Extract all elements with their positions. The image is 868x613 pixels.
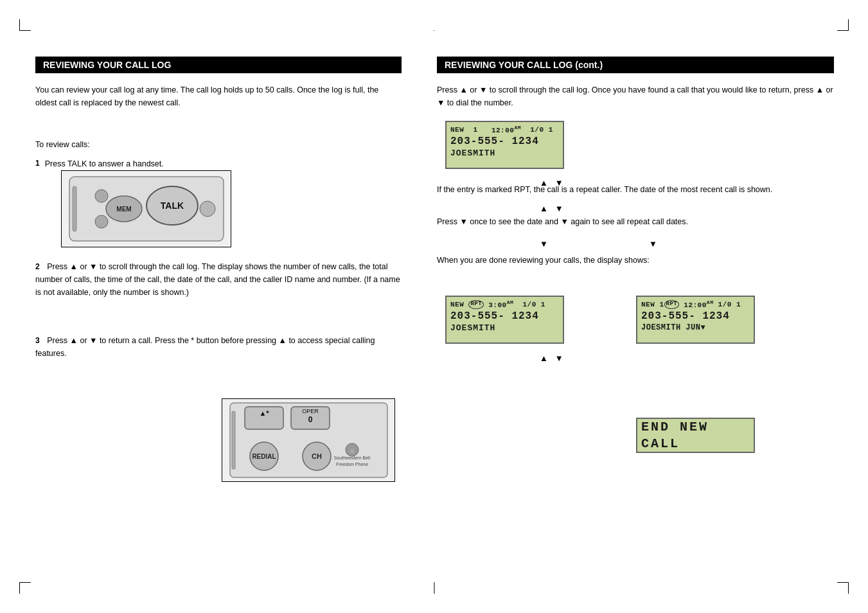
svg-text:▲*: ▲* [259, 409, 269, 417]
phone-svg-left: MEM TALK [66, 173, 227, 244]
phone-svg-right: ▲* OPER 0 REDIAL CH Southwestern Bell Fr… [227, 402, 391, 479]
corner-mark-bl [19, 582, 31, 594]
arrow-pair-bottom: ▲ ▼ [540, 352, 563, 366]
corner-mark-bm [434, 582, 434, 594]
display4-text: END NEW CALL [641, 419, 750, 452]
display1-row3: JOESMITH [450, 148, 559, 159]
step2-number: 2 [35, 261, 40, 273]
svg-text:Freedom Phone: Freedom Phone [335, 462, 368, 466]
lcd-display-3: NEW 1 RPT 12:00AM 1/0 1 203-555- 1234 JO… [636, 296, 755, 344]
display2-row1: NEW RPT 3:00AM 1/0 1 [450, 299, 559, 310]
left-section-header: REVIEWING YOUR CALL LOG [35, 57, 402, 73]
right-header-text: REVIEWING YOUR CALL LOG (cont.) [445, 60, 603, 70]
display3-row1: NEW 1 RPT 12:00AM 1/0 1 [641, 299, 750, 310]
arrow-pair-2: ▲ ▼ [540, 202, 563, 216]
step1-text: Press TALK to answer a handset. [45, 157, 164, 170]
rpt-badge-3: RPT [664, 300, 680, 309]
svg-text:OPER: OPER [302, 408, 319, 414]
svg-rect-10 [232, 411, 235, 469]
svg-text:CH: CH [312, 452, 322, 460]
display3-row3: JOESMITH JUN▼ [641, 323, 750, 333]
right-para4: When you are done reviewing your calls, … [437, 254, 834, 267]
right-para1: Press ▲ or ▼ to scroll through the call … [437, 84, 834, 109]
svg-text:⌂: ⌂ [350, 447, 353, 454]
phone-image-left: MEM TALK [61, 170, 231, 247]
display1-row1: NEW 1 12:00AM 1/0 1 [450, 125, 559, 135]
display1-row2: 203-555- 1234 [450, 135, 559, 148]
corner-mark-tl [19, 19, 31, 31]
lcd-display-2: NEW RPT 3:00AM 1/0 1 203-555- 1234 JOESM… [445, 296, 564, 344]
phone-image-right: ▲* OPER 0 REDIAL CH Southwestern Bell Fr… [222, 398, 395, 482]
lcd-display-4: END NEW CALL [636, 418, 755, 453]
left-review-heading: To review calls: [35, 138, 402, 151]
right-para3: Press ▼ once to see the date and ▼ again… [437, 215, 834, 228]
svg-point-7 [95, 190, 108, 202]
svg-text:0: 0 [308, 415, 312, 424]
arrow-pair-1: ▲ ▼ [540, 177, 563, 190]
svg-point-6 [95, 215, 108, 228]
svg-text:MEM: MEM [116, 206, 131, 213]
svg-point-8 [200, 201, 215, 217]
svg-text:REDIAL: REDIAL [252, 453, 276, 460]
display2-row3: JOESMITH [450, 323, 559, 334]
arrow-single-down2: ▼ [649, 238, 657, 251]
rpt-badge-2: RPT [468, 300, 484, 309]
right-para2: If the entry is marked RPT, the call is … [437, 183, 834, 196]
svg-text:TALK: TALK [160, 200, 183, 211]
lcd-display-1: NEW 1 12:00AM 1/0 1 203-555- 1234 JOESMI… [445, 121, 564, 169]
right-section-header: REVIEWING YOUR CALL LOG (cont.) [437, 57, 834, 73]
svg-rect-1 [73, 186, 76, 231]
corner-mark-tm [434, 19, 434, 31]
display2-row2: 203-555- 1234 [450, 310, 559, 323]
step1-number: 1 [35, 157, 40, 170]
step3-number: 3 [35, 335, 40, 347]
left-step2: 2 Press ▲ or ▼ to scroll through the cal… [35, 260, 402, 299]
corner-mark-tr [837, 19, 849, 31]
left-para1: You can review your call log at any time… [35, 84, 402, 109]
left-header-text: REVIEWING YOUR CALL LOG [43, 60, 171, 70]
arrow-single-down: ▼ [540, 238, 548, 251]
left-step3: 3 Press ▲ or ▼ to return a call. Press t… [35, 334, 402, 360]
left-step1: 1 Press TALK to answer a handset. [35, 157, 402, 170]
corner-mark-br [837, 582, 849, 594]
display3-row2: 203-555- 1234 [641, 310, 750, 323]
